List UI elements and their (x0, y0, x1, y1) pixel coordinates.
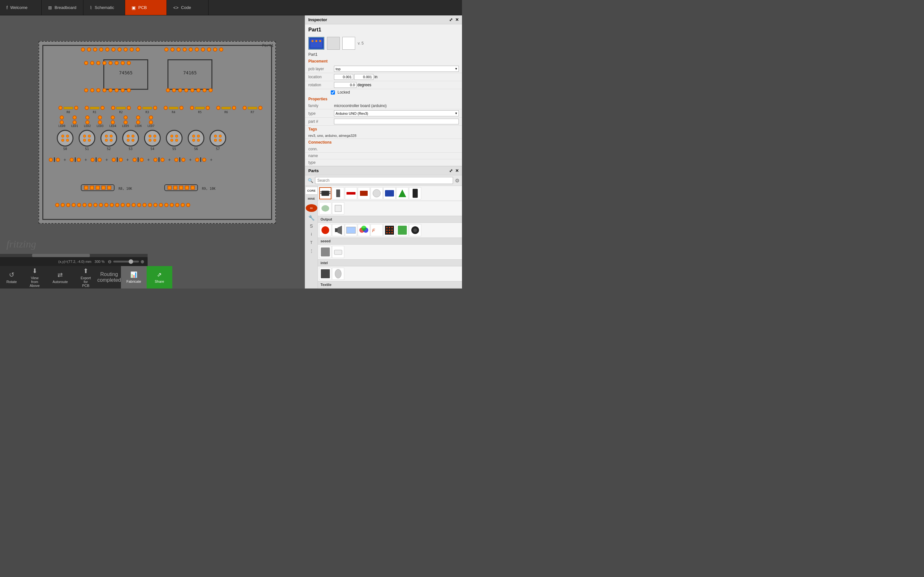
cat-mine-tab[interactable]: MINE (306, 195, 317, 202)
type-row: type Arduino UNO (Rev3) ▾ (305, 109, 462, 118)
export-pcb-button[interactable]: ⬆ Export for PCB (74, 264, 97, 288)
part-item-matrix[interactable] (383, 224, 396, 236)
tab-schematic[interactable]: ⌇ Schematic (83, 0, 125, 15)
pcb-board: Part1 (39, 41, 276, 224)
pin (115, 61, 119, 65)
part-item-seeed-1[interactable] (319, 246, 331, 258)
tags-row: rev3, uno, arduino, atmega328 (305, 133, 462, 139)
pin (99, 47, 103, 52)
part-item-mine-2[interactable] (332, 202, 344, 214)
tags-value: rev3, uno, arduino, atmega328 (309, 134, 459, 137)
rotate-label: Rotate (6, 280, 17, 284)
part-item-2[interactable] (332, 187, 344, 199)
scroll-thumb[interactable] (32, 254, 90, 257)
fabricate-button[interactable]: 📊 Fabricate (121, 266, 147, 288)
cat-tool-icon[interactable]: 🔧 (306, 214, 317, 221)
top-pin-row-left (81, 47, 140, 52)
parts-header-icons: ⤢ ✕ (449, 168, 459, 173)
canvas-area[interactable]: Part1 (0, 15, 305, 288)
part-name: Part1 (305, 51, 462, 58)
conn-type-label: type (309, 160, 334, 165)
s7-label: S7 (216, 147, 220, 151)
cat-seedstudio-icon[interactable]: S (306, 222, 317, 230)
rotate-button[interactable]: ↺ Rotate (0, 268, 23, 286)
partnum-row: part # (305, 118, 462, 126)
part-item-speaker[interactable] (332, 224, 344, 236)
autoroute-button[interactable]: ⇄ Autoroute (46, 268, 74, 286)
chevron-down-icon: ▾ (455, 67, 457, 71)
inspector-resize-icon[interactable]: ⤢ (449, 17, 453, 22)
tab-code[interactable]: <> Code (167, 0, 208, 15)
part-item-7[interactable] (396, 187, 409, 199)
location-x-input[interactable] (334, 74, 353, 80)
rotation-input[interactable] (334, 82, 357, 88)
cat-textile-icon[interactable]: T (306, 239, 317, 247)
zoom-out-icon[interactable]: ⊖ (108, 259, 111, 264)
parts-close-icon[interactable]: ✕ (455, 168, 459, 173)
part-item-ic[interactable] (319, 187, 331, 199)
pcb-layer-select[interactable]: top ▾ (334, 66, 459, 72)
cat-more-icon[interactable]: ⋮ (306, 247, 317, 255)
pin (183, 47, 187, 52)
r4-label: R4 (172, 111, 176, 114)
inspector-panel: Inspector ⤢ ✕ Part1 (305, 15, 462, 166)
pin (170, 47, 174, 52)
zoom-in-icon[interactable]: ⊕ (141, 259, 144, 264)
pin (90, 88, 94, 92)
part-item-buzzer[interactable] (409, 224, 421, 236)
tab-breadboard[interactable]: ⊞ Breadboard (42, 0, 83, 15)
svg-marker-15 (399, 189, 406, 197)
partnum-input[interactable] (334, 119, 459, 124)
export-pcb-label: Export for PCB (81, 276, 91, 287)
view-from-above-button[interactable]: ⬇ View from Above (23, 264, 46, 288)
svg-rect-22 (347, 227, 355, 234)
pin (129, 47, 134, 52)
type-select[interactable]: Arduino UNO (Rev3) ▾ (334, 110, 459, 116)
part-item-seeed-2[interactable] (332, 246, 344, 258)
location-y-input[interactable] (354, 74, 373, 80)
pin (115, 88, 119, 92)
horizontal-scrollbar[interactable] (0, 254, 148, 257)
parts-search-input[interactable] (315, 177, 453, 184)
part-item-intel-1[interactable] (319, 268, 331, 280)
svg-rect-18 (335, 205, 341, 211)
part-item-mine-1[interactable] (319, 202, 331, 214)
share-button[interactable]: ⇗ Share (147, 266, 172, 288)
parts-grid-container: Output (318, 186, 462, 288)
locked-checkbox[interactable] (331, 90, 335, 95)
part-item-led-red[interactable] (319, 224, 331, 236)
led0-label: LED0 (58, 124, 65, 127)
parts-resize-icon[interactable]: ⤢ (449, 168, 453, 173)
part-item-3[interactable] (345, 187, 357, 199)
part-item-lcd[interactable] (345, 224, 357, 236)
intel-category-label: intel (318, 259, 462, 266)
svg-point-36 (391, 232, 393, 234)
cat-loop-icon[interactable]: ∞ (306, 204, 317, 212)
pcb-layer-label: pcb layer (309, 67, 334, 71)
part-item-rgb[interactable] (358, 224, 370, 236)
part-item-6[interactable] (383, 187, 396, 199)
part-item-5[interactable] (371, 187, 383, 199)
zoom-slider-thumb[interactable] (129, 259, 133, 264)
part-item-intel-2[interactable] (332, 268, 344, 280)
svg-rect-9 (329, 193, 330, 194)
family-row: family microcontroller board (arduino) (305, 103, 462, 109)
inspector-header-icons: ⤢ ✕ (449, 17, 459, 22)
part-item-motor[interactable] (396, 224, 409, 236)
zoom-controls: ⊖ ⊕ (108, 259, 144, 264)
tab-pcb[interactable]: ▣ PCB (125, 0, 167, 15)
part-item-4[interactable] (358, 187, 370, 199)
intel-parts-grid (318, 266, 462, 282)
inspector-close-icon[interactable]: ✕ (455, 17, 459, 22)
pin (81, 47, 85, 52)
part-item-fritzing-logo[interactable]: F (371, 224, 383, 236)
svg-text:F: F (372, 228, 375, 233)
pin (190, 88, 194, 92)
cat-intel-icon[interactable]: i (306, 230, 317, 238)
part-item-8[interactable] (409, 187, 421, 199)
tab-welcome[interactable]: f Welcome (0, 0, 42, 15)
parts-settings-icon[interactable]: ⚙ (455, 177, 459, 184)
cat-core-tab[interactable]: CORE (306, 187, 317, 195)
svg-rect-5 (321, 191, 329, 196)
pin (121, 88, 125, 92)
